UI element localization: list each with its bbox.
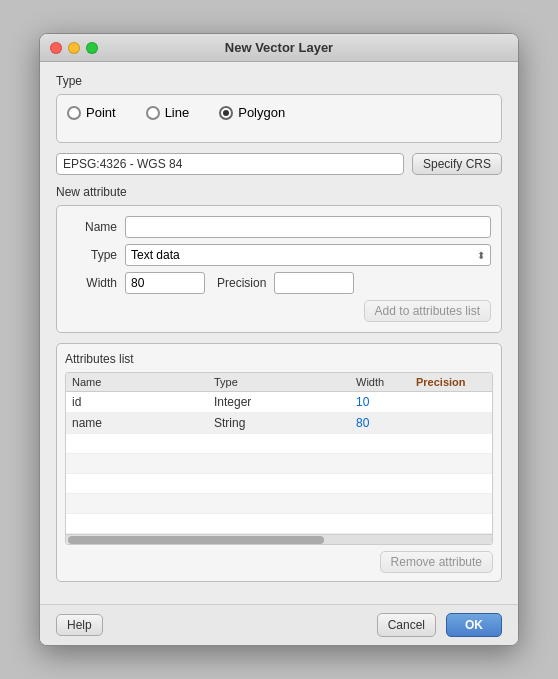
name-input[interactable] [125,216,491,238]
attributes-table: Name Type Width Precision id Integer 10 … [65,372,493,545]
attributes-title: Attributes list [65,352,493,366]
row-1-type: String [214,416,356,430]
col-header-type: Type [214,376,356,388]
precision-label: Precision [217,276,266,290]
crs-row: Specify CRS [56,153,502,175]
width-input[interactable] [125,272,205,294]
type-panel: Point Line Polygon [56,94,502,143]
crs-input[interactable] [56,153,404,175]
attributes-panel: Attributes list Name Type Width Precisio… [56,343,502,582]
add-to-attributes-button[interactable]: Add to attributes list [364,300,491,322]
cancel-button[interactable]: Cancel [377,613,436,637]
remove-attribute-button[interactable]: Remove attribute [380,551,493,573]
help-button[interactable]: Help [56,614,103,636]
specify-crs-button[interactable]: Specify CRS [412,153,502,175]
radio-point[interactable]: Point [67,105,116,120]
empty-row [66,494,492,514]
new-attribute-label: New attribute [56,185,502,199]
row-1-precision [416,416,486,430]
traffic-lights [50,42,98,54]
main-window: New Vector Layer Type Point Line Polygon [39,33,519,646]
radio-line-label: Line [165,105,190,120]
name-row: Name [67,216,491,238]
table-header-row: Name Type Width Precision [66,373,492,392]
precision-input[interactable] [274,272,354,294]
minimize-button[interactable] [68,42,80,54]
empty-row [66,474,492,494]
radio-polygon-label: Polygon [238,105,285,120]
width-precision-row: Width Precision [67,272,491,294]
window-title: New Vector Layer [225,40,333,55]
width-label: Width [67,276,117,290]
table-row[interactable]: id Integer 10 [66,392,492,413]
radio-point-label: Point [86,105,116,120]
col-header-width: Width [356,376,416,388]
type-section-label: Type [56,74,502,88]
window-content: Type Point Line Polygon Specify CRS [40,62,518,604]
radio-polygon-circle [219,106,233,120]
row-0-name: id [72,395,214,409]
bottom-right-buttons: Cancel OK [377,613,502,637]
row-0-width: 10 [356,395,416,409]
horizontal-scrollbar[interactable] [66,534,492,544]
empty-row [66,454,492,474]
radio-point-circle [67,106,81,120]
col-header-precision: Precision [416,376,486,388]
row-0-precision [416,395,486,409]
row-1-name: name [72,416,214,430]
radio-line[interactable]: Line [146,105,190,120]
titlebar: New Vector Layer [40,34,518,62]
maximize-button[interactable] [86,42,98,54]
type-label: Type [67,248,117,262]
row-1-width: 80 [356,416,416,430]
scrollbar-thumb[interactable] [68,536,324,544]
table-row[interactable]: name String 80 [66,413,492,434]
empty-row [66,434,492,454]
type-select-wrapper: Text data Whole number Decimal number Da… [125,244,491,266]
ok-button[interactable]: OK [446,613,502,637]
col-header-name: Name [72,376,214,388]
add-btn-row: Add to attributes list [67,300,491,322]
remove-btn-row: Remove attribute [65,551,493,573]
bottom-bar: Help Cancel OK [40,604,518,645]
row-0-type: Integer [214,395,356,409]
name-label: Name [67,220,117,234]
empty-row [66,514,492,534]
new-attribute-panel: Name Type Text data Whole number Decimal… [56,205,502,333]
type-radio-group: Point Line Polygon [67,105,491,120]
close-button[interactable] [50,42,62,54]
type-select[interactable]: Text data Whole number Decimal number Da… [125,244,491,266]
type-row: Type Text data Whole number Decimal numb… [67,244,491,266]
radio-line-circle [146,106,160,120]
radio-polygon[interactable]: Polygon [219,105,285,120]
